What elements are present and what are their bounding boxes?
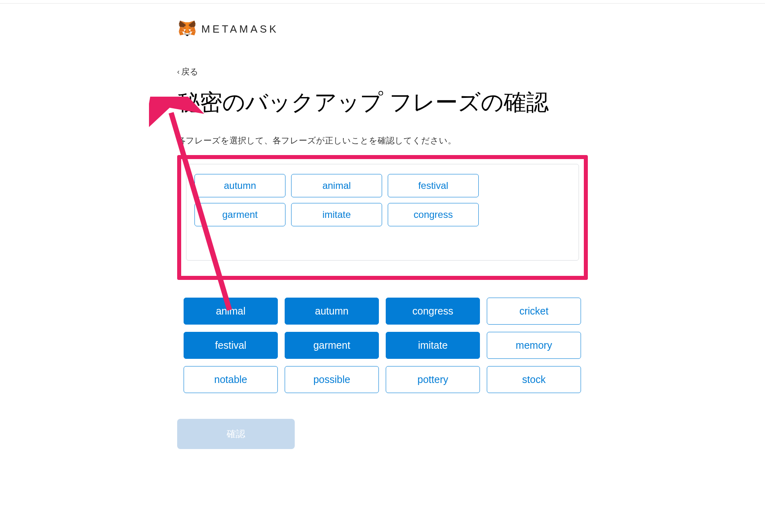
back-link[interactable]: ‹ 戻る — [177, 66, 198, 77]
selected-phrase-panel: autumn animal festival garment imitate c… — [186, 164, 579, 261]
word-chip[interactable]: imitate — [386, 332, 480, 359]
word-chip[interactable]: stock — [487, 366, 581, 393]
chevron-left-icon: ‹ — [177, 68, 180, 76]
word-chip[interactable]: pottery — [386, 366, 480, 393]
selected-word[interactable]: garment — [194, 203, 285, 226]
svg-marker-16 — [186, 35, 188, 36]
selected-word[interactable]: congress — [388, 203, 479, 226]
back-label: 戻る — [181, 66, 198, 77]
svg-marker-3 — [179, 31, 184, 35]
confirm-button[interactable]: 確認 — [177, 419, 295, 449]
selected-word[interactable]: festival — [388, 174, 479, 197]
instruction-text: 各フレーズを選択して、各フレーズが正しいことを確認してください。 — [177, 135, 588, 146]
word-chip[interactable]: garment — [285, 332, 379, 359]
word-chip[interactable]: festival — [184, 332, 278, 359]
page-divider — [0, 3, 765, 4]
word-chip[interactable]: congress — [386, 298, 480, 325]
word-chip[interactable]: possible — [285, 366, 379, 393]
word-bank: animal autumn congress cricket festival … — [177, 298, 588, 393]
selected-word[interactable]: autumn — [194, 174, 285, 197]
word-chip[interactable]: memory — [487, 332, 581, 359]
page-title: 秘密のバックアップ フレーズの確認 — [177, 89, 588, 116]
selected-words-grid: autumn animal festival garment imitate c… — [194, 174, 571, 226]
word-chip[interactable]: animal — [184, 298, 278, 325]
word-chip[interactable]: cricket — [487, 298, 581, 325]
brand-header: METAMASK — [177, 20, 588, 38]
metamask-fox-icon — [179, 20, 196, 38]
selected-word[interactable]: imitate — [291, 203, 382, 226]
selected-word[interactable]: animal — [291, 174, 382, 197]
svg-marker-2 — [190, 31, 196, 35]
word-chip[interactable]: autumn — [285, 298, 379, 325]
word-chip[interactable]: notable — [184, 366, 278, 393]
annotation-highlight: autumn animal festival garment imitate c… — [177, 155, 588, 280]
brand-name: METAMASK — [201, 23, 279, 35]
